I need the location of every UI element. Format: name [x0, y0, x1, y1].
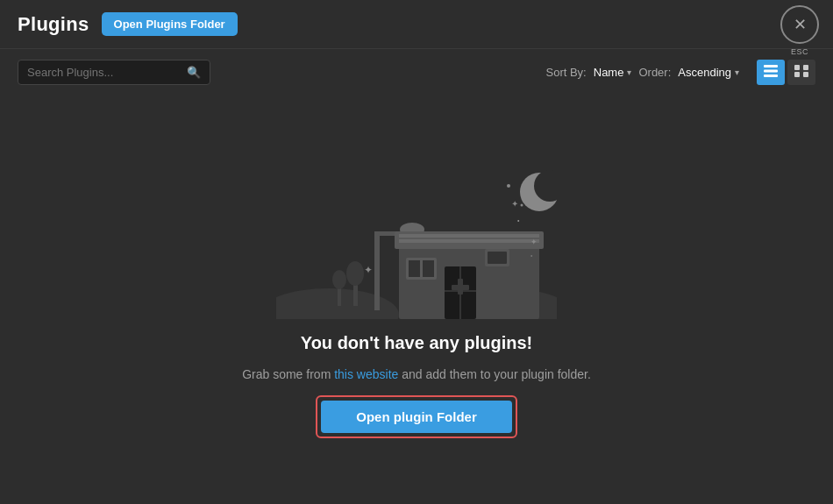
view-toggle — [757, 60, 815, 85]
list-view-icon — [764, 65, 778, 80]
order-dropdown[interactable]: Ascending ▾ — [678, 66, 739, 79]
empty-title: You don't have any plugins! — [301, 333, 532, 353]
svg-rect-27 — [452, 285, 469, 290]
svg-text:✦: ✦ — [364, 264, 373, 276]
this-website-link[interactable]: this website — [334, 367, 398, 381]
sort-controls: Sort By: Name ▾ Order: Ascending ▾ — [546, 66, 740, 79]
svg-point-14 — [346, 261, 364, 286]
page-title: Plugins — [18, 13, 89, 36]
search-input[interactable] — [27, 66, 180, 79]
open-plugin-folder-button[interactable]: Open plugin Folder — [321, 401, 512, 433]
svg-point-40 — [521, 203, 523, 206]
close-button[interactable]: ✕ ESC — [780, 5, 819, 44]
svg-rect-32 — [488, 252, 507, 264]
list-view-button[interactable] — [757, 60, 785, 85]
main-content: ✦ ✦ • • ✦ You don't have any plugins! Gr… — [0, 96, 833, 486]
svg-text:•: • — [517, 217, 520, 224]
svg-rect-3 — [794, 65, 800, 70]
subtitle-suffix: and add them to your plugin folder. — [398, 367, 590, 381]
svg-rect-9 — [374, 231, 380, 310]
svg-rect-21 — [399, 234, 539, 238]
toolbar: 🔍 Sort By: Name ▾ Order: Ascending ▾ — [0, 49, 833, 96]
esc-label: ESC — [791, 47, 808, 56]
subtitle-prefix: Grab some from — [242, 367, 334, 381]
svg-rect-30 — [423, 260, 434, 277]
sort-value: Name — [594, 66, 624, 79]
empty-illustration: ✦ ✦ • • ✦ — [276, 144, 557, 319]
order-value: Ascending — [678, 66, 731, 79]
sort-by-dropdown[interactable]: Name ▾ — [594, 66, 632, 79]
svg-text:✦: ✦ — [530, 238, 538, 246]
svg-point-16 — [332, 270, 346, 289]
search-box: 🔍 — [18, 60, 210, 85]
svg-point-39 — [507, 184, 510, 188]
svg-rect-1 — [764, 70, 778, 73]
open-plugin-folder-wrapper: Open plugin Folder — [316, 395, 517, 438]
search-icon: 🔍 — [187, 66, 201, 79]
close-icon: ✕ — [794, 15, 807, 34]
empty-subtitle: Grab some from this website and add them… — [242, 367, 591, 381]
svg-rect-22 — [399, 239, 539, 243]
svg-rect-5 — [794, 72, 800, 77]
svg-text:✦: ✦ — [511, 199, 518, 209]
sort-by-label: Sort By: — [546, 66, 587, 79]
svg-rect-2 — [764, 75, 778, 77]
grid-view-button[interactable] — [787, 60, 815, 85]
svg-rect-29 — [409, 260, 420, 277]
sort-chevron-icon: ▾ — [627, 67, 631, 77]
order-chevron-icon: ▾ — [735, 67, 739, 77]
grid-view-icon — [794, 65, 808, 80]
svg-rect-0 — [764, 65, 778, 67]
header: Plugins Open Plugins Folder ✕ ESC — [0, 0, 833, 49]
svg-rect-4 — [803, 65, 808, 70]
open-plugins-folder-button[interactable]: Open Plugins Folder — [102, 12, 238, 36]
order-label: Order: — [638, 66, 671, 79]
svg-rect-6 — [803, 72, 808, 77]
